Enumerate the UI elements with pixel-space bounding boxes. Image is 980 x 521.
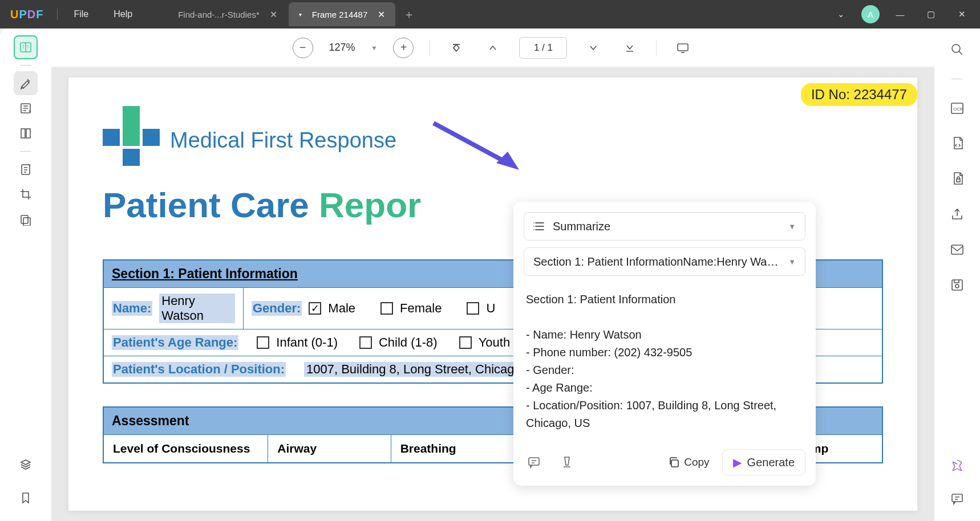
last-page-icon[interactable] xyxy=(619,38,640,58)
presentation-icon[interactable] xyxy=(673,38,693,58)
summary-body: Section 1: Patient Information - Name: H… xyxy=(524,283,805,440)
svg-rect-6 xyxy=(23,218,30,226)
zoom-in-button[interactable]: + xyxy=(393,38,414,58)
checkbox-male[interactable]: ✓ xyxy=(309,302,321,315)
left-toolbar xyxy=(0,29,51,521)
generate-button[interactable]: ▶ Generate xyxy=(722,449,805,475)
ai-popup: Summarize ▼ Section 1: Patient Informati… xyxy=(513,202,816,486)
company-name: Medical First Response xyxy=(170,128,396,153)
menu-help[interactable]: Help xyxy=(101,9,145,19)
zoom-dropdown-icon[interactable]: ▼ xyxy=(371,44,378,51)
avatar[interactable]: A xyxy=(861,5,880,23)
summary-title: Section 1: Patient Information xyxy=(526,291,803,308)
tab-inactive[interactable]: Find-and-...r-Studies* ✕ xyxy=(168,2,287,26)
context-select[interactable]: Section 1: Patient InformationName:Henry… xyxy=(524,247,805,276)
zoom-value: 127% xyxy=(329,42,355,54)
company-logo-icon xyxy=(103,106,160,174)
separator xyxy=(951,79,963,79)
context-text: Section 1: Patient InformationName:Henry… xyxy=(533,255,780,268)
tab-title: Find-and-...r-Studies* xyxy=(178,10,260,19)
summary-line: - Location/Position: 1007, Building 8, L… xyxy=(526,397,803,432)
titlebar: UPDF File Help Find-and-...r-Studies* ✕ … xyxy=(0,0,980,29)
age-option: Infant (0-1) xyxy=(276,335,338,350)
save-icon[interactable] xyxy=(946,274,968,296)
mode-select[interactable]: Summarize ▼ xyxy=(524,212,805,241)
summary-line: - Age Range: xyxy=(526,379,803,397)
highlight-icon[interactable] xyxy=(557,452,577,473)
maximize-button[interactable]: ▢ xyxy=(921,4,941,25)
close-icon[interactable]: ✕ xyxy=(270,9,277,20)
svg-rect-15 xyxy=(957,179,960,182)
document-viewport[interactable]: ID No: 2234477 Medical First Response Pa… xyxy=(51,67,934,521)
ocr-icon[interactable]: OCR xyxy=(946,97,968,119)
crop-tool-icon[interactable] xyxy=(14,182,38,206)
convert-icon[interactable] xyxy=(946,133,968,154)
svg-rect-7 xyxy=(678,44,688,51)
svg-rect-11 xyxy=(671,460,678,467)
gender-option: Male xyxy=(328,301,355,316)
svg-line-8 xyxy=(434,123,508,163)
separator xyxy=(20,151,31,152)
checkbox-female[interactable] xyxy=(380,302,393,315)
prev-page-icon[interactable] xyxy=(483,38,503,58)
reader-mode-icon[interactable] xyxy=(14,35,38,59)
bookmark-icon[interactable] xyxy=(14,486,38,510)
zoom-out-button[interactable]: − xyxy=(293,38,313,58)
chevron-down-icon[interactable]: ⌄ xyxy=(831,4,851,25)
location-label: Patient's Location / Position: xyxy=(112,362,286,377)
view-toolbar: − 127% ▼ + 1 / 1 xyxy=(51,29,934,67)
svg-point-18 xyxy=(955,284,959,288)
comment-icon[interactable] xyxy=(524,452,544,473)
tab-active[interactable]: ▾ Frame 214487 ✕ xyxy=(289,2,396,26)
checkbox-child[interactable] xyxy=(359,336,372,349)
protect-icon[interactable] xyxy=(946,168,968,190)
comments-panel-icon[interactable] xyxy=(946,488,968,510)
menu-file[interactable]: File xyxy=(61,9,101,19)
minimize-button[interactable]: — xyxy=(890,4,910,25)
location-value: 1007, Building 8, Long Street, Chicago, … xyxy=(304,362,548,377)
close-icon[interactable]: ✕ xyxy=(378,9,385,20)
svg-marker-9 xyxy=(496,152,519,170)
name-value: Henry Watson xyxy=(159,294,235,323)
redact-tool-icon[interactable] xyxy=(14,207,38,231)
checkbox-youth[interactable] xyxy=(459,336,472,349)
tab-title: Frame 214487 xyxy=(312,10,368,19)
assess-col: Level of Consciousness xyxy=(104,435,268,462)
svg-rect-2 xyxy=(21,129,25,138)
age-label: Patient's Age Range: xyxy=(112,335,238,350)
separator xyxy=(57,9,58,20)
layers-icon[interactable] xyxy=(14,453,38,477)
page-layout-icon[interactable] xyxy=(14,121,38,145)
checkbox-infant[interactable] xyxy=(257,336,269,349)
share-icon[interactable] xyxy=(946,203,968,225)
edit-text-icon[interactable] xyxy=(14,96,38,120)
copy-icon xyxy=(668,457,679,468)
next-page-icon[interactable] xyxy=(583,38,604,58)
email-icon[interactable] xyxy=(946,239,968,260)
ai-assistant-icon[interactable] xyxy=(946,455,968,477)
svg-text:OCR: OCR xyxy=(953,107,963,112)
tab-strip: Find-and-...r-Studies* ✕ ▾ Frame 214487 … xyxy=(168,0,422,29)
search-icon[interactable] xyxy=(946,39,968,60)
separator xyxy=(430,40,430,56)
first-page-icon[interactable] xyxy=(446,38,467,58)
summary-line: - Gender: xyxy=(526,361,803,379)
id-badge: ID No: 2234477 xyxy=(801,83,917,106)
svg-rect-10 xyxy=(529,458,539,465)
list-icon xyxy=(533,221,545,231)
gender-option: Female xyxy=(400,301,442,316)
copy-button[interactable]: Copy xyxy=(668,456,709,469)
arrow-annotation-icon xyxy=(428,117,525,174)
page-input[interactable]: 1 / 1 xyxy=(519,37,567,59)
close-button[interactable]: ✕ xyxy=(951,4,972,25)
new-tab-button[interactable]: ＋ xyxy=(396,7,422,22)
summary-line: - Phone number: (202) 432-9505 xyxy=(526,344,803,361)
app-logo: UPDF xyxy=(0,8,54,21)
tab-indicator-icon: ▾ xyxy=(299,11,302,18)
highlight-tool-icon[interactable] xyxy=(14,71,38,95)
form-tool-icon[interactable] xyxy=(14,157,38,181)
separator xyxy=(20,65,31,66)
svg-rect-3 xyxy=(26,129,30,138)
checkbox-unknown[interactable] xyxy=(467,302,479,315)
svg-point-12 xyxy=(952,44,960,52)
